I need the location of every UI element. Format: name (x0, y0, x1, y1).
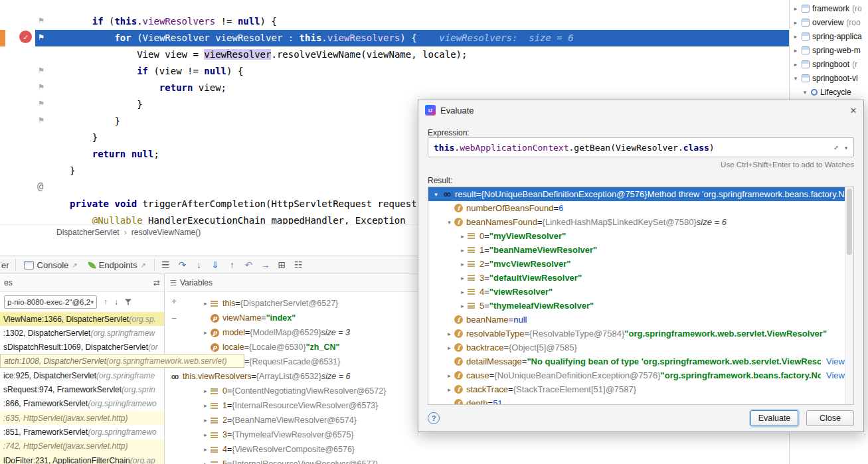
frame-row[interactable]: sRequest:974, FrameworkServlet (org.spri… (0, 382, 164, 396)
expander-icon[interactable]: ▸ (458, 247, 468, 254)
chevron-icon[interactable]: ▸ (792, 33, 799, 40)
expression-history-icon[interactable]: ▾ (844, 144, 848, 151)
expander-icon[interactable]: ▾ (444, 219, 454, 226)
code-line[interactable]: return view; (0, 80, 789, 96)
hide-frames-icon[interactable] (125, 299, 131, 305)
expander-icon[interactable]: ▸ (201, 402, 211, 409)
expander-icon[interactable]: ▸ (201, 417, 211, 424)
evaluate-button[interactable]: Evaluate (750, 410, 798, 426)
result-scrollbar[interactable] (845, 187, 853, 404)
frame-row[interactable]: :742, HttpServlet (javax.servlet.http) (0, 439, 164, 453)
expander-icon[interactable]: ▸ (458, 289, 468, 295)
expander-icon[interactable]: ▸ (458, 233, 468, 240)
tab-debugger-cut[interactable]: er (0, 260, 13, 270)
frame-row[interactable]: ice:925, DispatcherServlet (org.springfr… (0, 368, 164, 382)
code-line[interactable]: if (this.viewResolvers != null) { (0, 13, 789, 30)
view-options-icon[interactable]: ☷ (290, 260, 307, 270)
chevron-icon[interactable]: ▸ (792, 5, 799, 12)
project-item[interactable]: ▸spring-applica (790, 29, 868, 43)
result-row[interactable]: fdepth = 51 (428, 396, 853, 405)
previous-frame-icon[interactable]: ↑ (104, 297, 108, 307)
chevron-icon[interactable]: ▸ (792, 61, 799, 68)
threads-view-icon[interactable]: ⇄ (153, 278, 160, 287)
result-row[interactable]: ▸3 = "defaultViewResolver" (428, 271, 853, 285)
close-button[interactable]: Close (806, 410, 854, 426)
tab-console[interactable]: Console ↗ (19, 256, 83, 273)
result-row[interactable]: ▸2 = "mvcViewResolver" (428, 257, 853, 271)
next-frame-icon[interactable]: ↓ (114, 297, 118, 307)
frame-row[interactable]: ViewName:1366, DispatcherServlet (org.sp… (0, 312, 164, 326)
project-item[interactable]: ▾Lifecycle (790, 85, 868, 99)
expander-icon[interactable]: ▾ (431, 191, 441, 198)
code-line[interactable]: for (ViewResolver viewResolver : this.vi… (0, 30, 789, 46)
result-row[interactable]: ▾fbeanNamesFound = {LinkedHashMap$Linked… (428, 215, 853, 229)
code-line[interactable]: View view = viewResolver.resolveViewName… (0, 46, 789, 63)
step-into-icon[interactable]: ↓ (191, 260, 207, 270)
restore-layout-icon[interactable]: ⊞ (274, 260, 290, 270)
frame-row[interactable]: :635, HttpServlet (javax.servlet.http) (0, 411, 164, 425)
expander-icon[interactable]: ▸ (201, 329, 211, 336)
result-row[interactable]: ▸5 = "thymeleafViewResolver" (428, 299, 853, 313)
step-over-icon[interactable]: ↷ (174, 260, 191, 270)
project-item[interactable]: ▸springboot (r (790, 57, 868, 71)
expander-icon[interactable]: ▸ (201, 446, 211, 453)
result-row[interactable]: ▸4 = "viewResolver" (428, 285, 853, 299)
run-to-cursor-icon[interactable]: → (257, 260, 274, 270)
chevron-icon[interactable]: ▸ (792, 19, 799, 26)
frame-row-expanded-overlay[interactable]: atch:1008, DispatcherServlet (org.spring… (0, 354, 244, 368)
project-item[interactable]: ▸spring-web-m (790, 43, 868, 57)
expander-icon[interactable]: ▸ (444, 386, 454, 393)
expander-icon[interactable]: ▸ (444, 331, 454, 337)
expression-input[interactable]: this.webApplicationContext.getBean(ViewR… (428, 137, 854, 157)
chevron-icon[interactable]: ▾ (802, 89, 808, 96)
code-line[interactable]: if (view != null) { (0, 63, 789, 80)
scrollbar-thumb[interactable] (847, 189, 852, 255)
result-row[interactable]: fdetailMessage = "No qualifying bean of … (428, 354, 853, 368)
close-icon[interactable]: × (850, 105, 857, 116)
expander-icon[interactable]: ▸ (444, 372, 454, 379)
breadcrumb-item[interactable]: resolveViewName() (131, 228, 201, 237)
result-row[interactable]: ▾ooresult = {NoUniqueBeanDefinitionExcep… (428, 187, 853, 201)
result-row[interactable]: ▸fstackTrace = {StackTraceElement[51]@75… (428, 382, 853, 396)
result-row[interactable]: ▸1 = "beanNameViewResolver" (428, 243, 853, 257)
chevron-icon[interactable]: ▸ (792, 47, 799, 54)
chevron-icon[interactable]: ▾ (792, 75, 799, 82)
expander-icon[interactable]: ▸ (201, 461, 211, 464)
frame-row[interactable]: lDoFilter:231, ApplicationFilterChain (o… (0, 453, 164, 464)
drop-frame-icon[interactable]: ↶ (240, 260, 257, 270)
result-row[interactable]: ▸fresolvableType = {ResolvableType@7584}… (428, 327, 853, 341)
result-row[interactable]: ▸fcause = {NoUniqueBeanDefinitionExcepti… (428, 368, 853, 382)
breadcrumb-item[interactable]: DispatcherServlet (56, 228, 120, 237)
force-step-into-icon[interactable]: ⇓ (207, 260, 224, 270)
expander-icon[interactable]: ▸ (201, 300, 211, 307)
result-row[interactable]: fbeanName = null (428, 313, 853, 327)
expander-icon[interactable]: ▸ (458, 261, 468, 268)
expander-icon[interactable]: ▸ (458, 303, 468, 309)
variable-row[interactable]: ▸4 = {ViewResolverComposite@6576} (166, 442, 789, 457)
frame-row[interactable]: :866, FrameworkServlet (org.springframew… (0, 397, 164, 411)
expander-icon[interactable]: ▸ (201, 388, 211, 394)
expander-icon[interactable]: ▸ (458, 275, 468, 281)
view-link[interactable]: View (826, 356, 845, 366)
expand-expression-icon[interactable]: ↕ (831, 142, 841, 152)
result-row[interactable]: ▸fbacktrace = {Object[5]@7585} (428, 341, 853, 354)
expander-icon[interactable]: ▸ (444, 345, 454, 351)
project-item-label: overview (812, 18, 843, 27)
frame-row[interactable]: :851, FrameworkServlet (org.springframew… (0, 425, 164, 439)
help-icon[interactable]: ? (428, 412, 440, 424)
project-item[interactable]: ▸overview (roo (790, 15, 868, 29)
view-link[interactable]: View (826, 370, 845, 380)
expander-icon[interactable]: ▸ (201, 431, 211, 438)
result-row[interactable]: fnumberOfBeansFound = 6 (428, 201, 853, 215)
frame-row[interactable]: :1302, DispatcherServlet (org.springfram… (0, 326, 164, 340)
step-out-icon[interactable]: ↑ (224, 260, 240, 270)
project-item[interactable]: ▸framework (ro (790, 1, 868, 15)
result-row[interactable]: ▸0 = "myViewResolver" (428, 229, 853, 243)
thread-dropdown[interactable]: p-nio-8080-exec-2"@6,2... ▾ (4, 295, 97, 309)
menu-icon[interactable]: ☰ (157, 260, 174, 270)
project-item[interactable]: ▾springboot-vi (790, 71, 868, 85)
variable-row[interactable]: ▸5 = {InternalResourceViewResolver@6577} (166, 457, 789, 464)
tab-endpoints[interactable]: Endpoints ↗ (83, 256, 151, 273)
frame-row[interactable]: sDispatchResult:1069, DispatcherServlet … (0, 341, 164, 354)
dialog-titlebar[interactable]: IJ Evaluate × (418, 100, 863, 120)
